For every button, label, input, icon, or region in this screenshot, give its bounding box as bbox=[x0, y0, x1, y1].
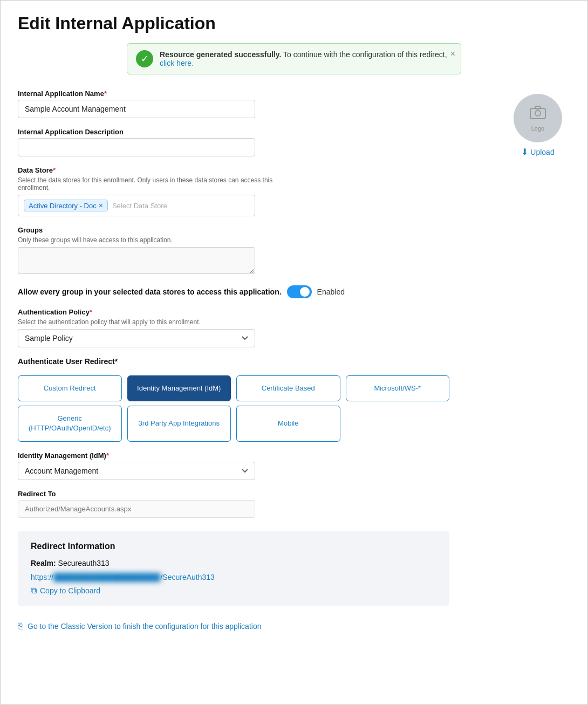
allow-group-text: Allow every group in your selected data … bbox=[18, 288, 282, 296]
redirect-btn-idm[interactable]: Identity Management (IdM) bbox=[127, 375, 231, 401]
auth-policy-label: Authentication Policy* bbox=[18, 308, 488, 316]
copy-label: Copy to Clipboard bbox=[40, 586, 100, 595]
page-title: Edit Internal Application bbox=[18, 13, 570, 33]
auth-redirect-group: Authenticate User Redirect* bbox=[18, 357, 488, 366]
classic-link-row[interactable]: ⎘ Go to the Classic Version to finish th… bbox=[18, 621, 488, 631]
app-desc-input[interactable] bbox=[18, 138, 255, 156]
realm-value: Secureauth313 bbox=[58, 559, 110, 567]
data-store-container[interactable]: Active Directory - Doc × Select Data Sto… bbox=[18, 195, 255, 216]
main-content: Internal Application Name* Internal Appl… bbox=[18, 90, 570, 631]
page-wrapper: Edit Internal Application ✓ Resource gen… bbox=[0, 0, 588, 705]
redirect-btn-cert[interactable]: Certificate Based bbox=[236, 375, 340, 401]
banner-bold: Resource generated successfully. bbox=[160, 50, 281, 59]
upload-arrow-icon: ⬇ bbox=[521, 147, 528, 157]
upload-label: Upload bbox=[530, 148, 554, 156]
data-store-label: Data Store* bbox=[18, 166, 488, 174]
redirect-btn-mobile[interactable]: Mobile bbox=[236, 406, 340, 441]
data-store-placeholder: Select Data Store bbox=[112, 202, 167, 210]
data-store-group: Data Store* Select the data stores for t… bbox=[18, 166, 488, 216]
allow-group-toggle[interactable] bbox=[287, 285, 312, 298]
logo-circle: Logo bbox=[514, 94, 562, 142]
realm-url[interactable]: https://████████████████████/SecureAuth3… bbox=[31, 573, 436, 581]
svg-rect-2 bbox=[535, 106, 541, 109]
success-banner: ✓ Resource generated successfully. To co… bbox=[127, 43, 461, 74]
logo-label: Logo bbox=[531, 125, 544, 132]
url-blurred: ████████████████████ bbox=[53, 573, 160, 581]
redirect-info-title: Redirect Information bbox=[31, 542, 436, 551]
app-name-label: Internal Application Name* bbox=[18, 90, 488, 98]
groups-input[interactable] bbox=[18, 247, 255, 274]
banner-normal: To continue with the configuration of th… bbox=[283, 50, 447, 59]
redirect-btn-placeholder bbox=[346, 406, 450, 441]
realm-row: Realm: Secureauth313 bbox=[31, 559, 436, 567]
upload-button[interactable]: ⬇ Upload bbox=[521, 147, 554, 157]
redirect-to-input[interactable] bbox=[18, 500, 255, 518]
idm-select[interactable]: Account Management bbox=[18, 462, 255, 480]
redirect-btn-custom[interactable]: Custom Redirect bbox=[18, 375, 122, 401]
svg-point-1 bbox=[535, 111, 541, 116]
redirect-buttons-row1: Custom Redirect Identity Management (IdM… bbox=[18, 375, 449, 401]
logo-section: Logo ⬇ Upload bbox=[505, 90, 570, 631]
auth-policy-group: Authentication Policy* Select the authen… bbox=[18, 308, 488, 347]
app-name-group: Internal Application Name* bbox=[18, 90, 488, 118]
camera-icon bbox=[529, 105, 546, 123]
auth-policy-select[interactable]: Sample Policy bbox=[18, 329, 255, 347]
copy-icon: ⧉ bbox=[31, 586, 37, 596]
realm-label: Realm: bbox=[31, 559, 56, 567]
redirect-btn-third[interactable]: 3rd Party App Integrations bbox=[127, 406, 231, 441]
svg-rect-0 bbox=[530, 108, 545, 119]
app-name-input[interactable] bbox=[18, 100, 255, 118]
banner-link[interactable]: click here. bbox=[160, 59, 194, 67]
redirect-info-box: Redirect Information Realm: Secureauth31… bbox=[18, 531, 449, 606]
toggle-slider bbox=[287, 285, 312, 298]
groups-hint: Only these groups will have access to th… bbox=[18, 236, 488, 244]
url-prefix: https:// bbox=[31, 573, 53, 581]
redirect-btn-ms[interactable]: Microsoft/WS-* bbox=[346, 375, 450, 401]
url-suffix: /SecureAuth313 bbox=[160, 573, 214, 581]
form-section: Internal Application Name* Internal Appl… bbox=[18, 90, 488, 631]
copy-to-clipboard-button[interactable]: ⧉ Copy to Clipboard bbox=[31, 586, 100, 596]
groups-group: Groups Only these groups will have acces… bbox=[18, 226, 488, 276]
idm-label: Identity Management (IdM)* bbox=[18, 451, 488, 460]
data-store-hint: Select the data stores for this enrollme… bbox=[18, 176, 488, 191]
data-store-tag: Active Directory - Doc × bbox=[24, 200, 108, 211]
redirect-to-group: Redirect To bbox=[18, 490, 488, 518]
remove-tag-button[interactable]: × bbox=[99, 201, 103, 210]
classic-link-icon: ⎘ bbox=[18, 621, 23, 631]
redirect-to-label: Redirect To bbox=[18, 490, 488, 498]
success-check-icon: ✓ bbox=[136, 50, 153, 67]
redirect-buttons-row2: Generic (HTTP/OAuth/OpenID/etc) 3rd Part… bbox=[18, 406, 449, 441]
redirect-btn-generic[interactable]: Generic (HTTP/OAuth/OpenID/etc) bbox=[18, 406, 122, 441]
groups-label: Groups bbox=[18, 226, 488, 234]
banner-close-button[interactable]: × bbox=[450, 49, 455, 59]
enabled-label: Enabled bbox=[317, 288, 345, 296]
banner-text: Resource generated successfully. To cont… bbox=[160, 50, 452, 67]
app-desc-label: Internal Application Description bbox=[18, 128, 488, 136]
auth-policy-hint: Select the authentication policy that wi… bbox=[18, 318, 488, 326]
classic-link-text[interactable]: Go to the Classic Version to finish the … bbox=[28, 622, 261, 631]
idm-group: Identity Management (IdM)* Account Manag… bbox=[18, 451, 488, 480]
allow-group-row: Allow every group in your selected data … bbox=[18, 285, 363, 298]
app-desc-group: Internal Application Description bbox=[18, 128, 488, 156]
auth-redirect-label: Authenticate User Redirect* bbox=[18, 357, 488, 366]
